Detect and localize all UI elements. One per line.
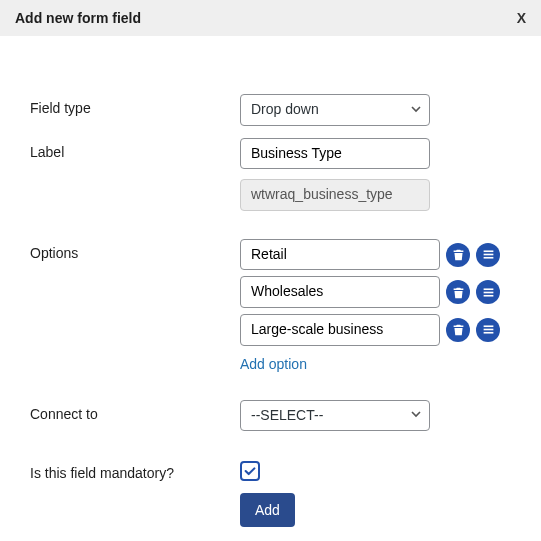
row-connect-to: Connect to --SELECT-- (30, 400, 511, 432)
svg-rect-5 (483, 295, 493, 297)
svg-rect-7 (483, 329, 493, 331)
delete-option-button[interactable] (446, 243, 470, 267)
connect-to-select[interactable]: --SELECT-- (240, 400, 430, 432)
reorder-icon (482, 248, 495, 261)
option-row (240, 239, 511, 271)
trash-icon (452, 286, 465, 299)
add-option-link[interactable]: Add option (240, 356, 511, 372)
option-input[interactable] (240, 314, 440, 346)
reorder-option-button[interactable] (476, 243, 500, 267)
form-body: Field type Drop down Label Options (0, 36, 541, 541)
svg-rect-2 (483, 257, 493, 259)
row-label: Label (30, 138, 511, 211)
add-button[interactable]: Add (240, 493, 295, 527)
options-label: Options (30, 239, 240, 261)
delete-option-button[interactable] (446, 318, 470, 342)
close-icon[interactable]: X (517, 10, 526, 26)
slug-input (240, 179, 430, 211)
field-type-select[interactable]: Drop down (240, 94, 430, 126)
connect-to-label: Connect to (30, 400, 240, 422)
delete-option-button[interactable] (446, 280, 470, 304)
check-icon (243, 464, 257, 478)
row-mandatory: Is this field mandatory? (30, 459, 511, 481)
svg-rect-8 (483, 332, 493, 334)
mandatory-label: Is this field mandatory? (30, 459, 240, 481)
reorder-option-button[interactable] (476, 318, 500, 342)
svg-rect-4 (483, 291, 493, 293)
svg-rect-1 (483, 254, 493, 256)
mandatory-checkbox[interactable] (240, 461, 260, 481)
field-type-label: Field type (30, 94, 240, 116)
option-input[interactable] (240, 239, 440, 271)
options-list (240, 239, 511, 346)
label-input[interactable] (240, 138, 430, 170)
dialog-title: Add new form field (15, 10, 141, 26)
reorder-icon (482, 286, 495, 299)
label-field-label: Label (30, 138, 240, 160)
reorder-option-button[interactable] (476, 280, 500, 304)
trash-icon (452, 323, 465, 336)
trash-icon (452, 248, 465, 261)
field-type-select-wrap: Drop down (240, 94, 430, 126)
svg-rect-0 (483, 251, 493, 253)
dialog-header: Add new form field X (0, 0, 541, 36)
option-input[interactable] (240, 276, 440, 308)
row-options: Options (30, 239, 511, 372)
row-submit: Add (30, 493, 511, 527)
option-row (240, 276, 511, 308)
option-row (240, 314, 511, 346)
reorder-icon (482, 323, 495, 336)
svg-rect-6 (483, 326, 493, 328)
svg-rect-3 (483, 288, 493, 290)
row-field-type: Field type Drop down (30, 94, 511, 126)
connect-to-select-wrap: --SELECT-- (240, 400, 430, 432)
